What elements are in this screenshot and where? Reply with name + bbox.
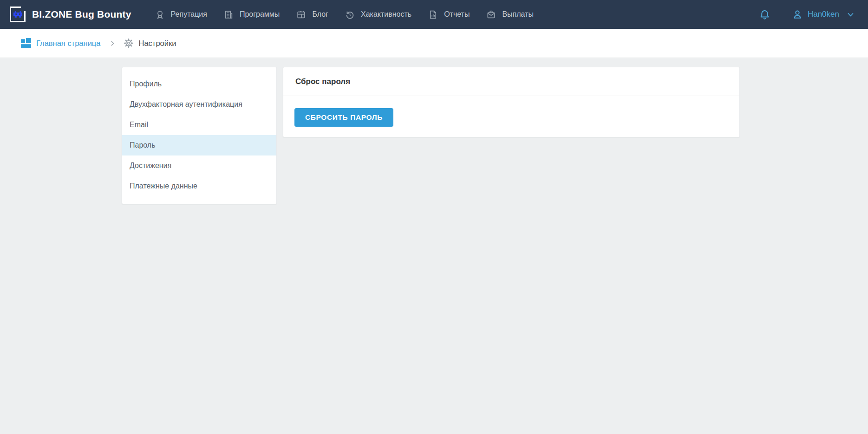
- settings-item-2fa[interactable]: Двухфакторная аутентификация: [122, 94, 276, 115]
- settings-item-label: Двухфакторная аутентификация: [130, 100, 242, 109]
- breadcrumb-home-label: Главная страница: [36, 39, 101, 48]
- nav-item-label: Репутация: [171, 10, 207, 19]
- nav-item-blog[interactable]: Блог: [288, 0, 337, 29]
- payments-icon: [486, 10, 496, 19]
- gear-icon: [124, 38, 134, 48]
- logo-corner-gap: [21, 6, 26, 11]
- nav-item-label: Хакактивность: [361, 10, 411, 19]
- brand-title: BI.ZONE Bug Bounty: [32, 9, 131, 20]
- newspaper-icon: [296, 10, 306, 19]
- nav-item-reports[interactable]: Отчеты: [420, 0, 478, 29]
- settings-item-achievements[interactable]: Достижения: [122, 155, 276, 176]
- person-icon: [792, 9, 803, 20]
- nav-item-label: Отчеты: [444, 10, 470, 19]
- nav-item-payouts[interactable]: Выплаты: [478, 0, 542, 29]
- chevron-right-icon: [109, 40, 116, 47]
- breadcrumb-current-label: Настройки: [139, 39, 176, 48]
- settings-item-label: Достижения: [130, 162, 171, 170]
- dashboard-grid-icon: [20, 38, 32, 49]
- notifications-button[interactable]: [756, 6, 773, 23]
- panel-header: Сброс пароля: [283, 67, 739, 96]
- nav-item-programs[interactable]: Программы: [215, 0, 288, 29]
- breadcrumb: Главная страница Настройки: [0, 29, 868, 58]
- breadcrumb-current: Настройки: [124, 38, 176, 48]
- content-area: Профиль Двухфакторная аутентификация Ema…: [0, 58, 868, 434]
- nav-item-label: Программы: [240, 10, 280, 19]
- panel-title: Сброс пароля: [295, 77, 350, 86]
- bizone-bug-logo-icon: [10, 6, 26, 22]
- panel-body: СБРОСИТЬ ПАРОЛЬ: [283, 96, 739, 127]
- main-menu: Репутация Программы: [147, 0, 542, 29]
- settings-item-profile[interactable]: Профиль: [122, 74, 276, 94]
- settings-nav-card: Профиль Двухфакторная аутентификация Ema…: [122, 67, 277, 204]
- award-icon: [155, 10, 165, 19]
- user-menu[interactable]: Han0ken: [792, 9, 855, 20]
- reset-password-button[interactable]: СБРОСИТЬ ПАРОЛЬ: [294, 108, 393, 127]
- brand-logo[interactable]: BI.ZONE Bug Bounty: [10, 6, 131, 22]
- settings-item-email[interactable]: Email: [122, 115, 276, 135]
- bell-icon: [759, 9, 770, 20]
- nav-item-label: Выплаты: [502, 10, 534, 19]
- settings-item-label: Email: [130, 121, 148, 129]
- username-label: Han0ken: [808, 10, 839, 19]
- settings-item-password[interactable]: Пароль: [122, 135, 276, 155]
- history-icon: [345, 10, 355, 19]
- nav-item-label: Блог: [312, 10, 328, 19]
- report-icon: [428, 10, 438, 19]
- nav-item-reputation[interactable]: Репутация: [147, 0, 215, 29]
- header-right: Han0ken: [756, 6, 855, 23]
- top-navigation: BI.ZONE Bug Bounty Репутация: [0, 0, 868, 29]
- settings-item-label: Платежные данные: [130, 182, 197, 190]
- settings-item-label: Профиль: [130, 80, 162, 88]
- building-icon: [224, 10, 234, 19]
- password-reset-panel: Сброс пароля СБРОСИТЬ ПАРОЛЬ: [283, 67, 740, 137]
- nav-item-hackactivity[interactable]: Хакактивность: [337, 0, 420, 29]
- chevron-down-icon: [847, 11, 855, 19]
- bug-glyph-icon: [13, 11, 22, 18]
- settings-item-label: Пароль: [130, 141, 156, 149]
- breadcrumb-home-link[interactable]: Главная страница: [20, 38, 101, 49]
- settings-item-payment-data[interactable]: Платежные данные: [122, 176, 276, 196]
